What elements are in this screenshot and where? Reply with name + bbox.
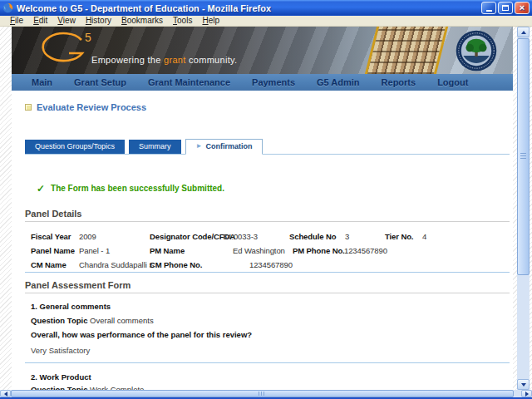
g5-logo-sup: 5 <box>85 31 91 44</box>
question-title: 2. Work Product <box>31 372 513 382</box>
pm-name-label: PM Name <box>150 244 233 258</box>
nav-item-main[interactable]: Main <box>32 77 52 87</box>
nav-item-reports[interactable]: Reports <box>382 77 416 87</box>
page-viewport: 5 Empowering the grant community. Main G… <box>0 27 532 390</box>
question-block-2: 2. Work Product Question Topic Work Comp… <box>31 372 513 390</box>
menu-item-file[interactable]: File <box>5 16 28 26</box>
fiscal-year-value: 2009 <box>79 229 150 244</box>
question-topic-label: Question Topic <box>31 316 87 325</box>
tab-confirmation[interactable]: ►Confirmation <box>185 139 264 155</box>
success-message: ✓ The Form has been successfully Submitt… <box>37 183 513 194</box>
question-answer: Very Satisfactory <box>31 346 513 356</box>
thumb-grip <box>520 153 526 160</box>
nav-item-grant-maintenance[interactable]: Grant Maintenance <box>148 77 230 87</box>
schedule-no-value: 3 <box>345 229 385 244</box>
cm-phone-label: CM Phone No. <box>150 258 249 272</box>
browser-window: Welcome to G5 - Department of Education … <box>0 0 532 399</box>
nav-item-g5-admin[interactable]: G5 Admin <box>317 77 360 87</box>
panel-details-row: CM Name Chandra Suddapalli S CM Phone No… <box>31 258 513 272</box>
g5-logo-icon: 5 <box>35 29 100 69</box>
menu-item-edit[interactable]: Edit <box>28 16 52 26</box>
maximize-button[interactable] <box>498 2 513 14</box>
question-topic-value: Overall comments <box>90 316 154 325</box>
tab-summary[interactable]: Summary <box>129 140 181 154</box>
horizontal-scroll-thumb[interactable] <box>11 390 514 397</box>
left-arrow-icon <box>4 392 7 397</box>
panel-details-row: Panel Name Panel - 1 PM Name Ed Washingt… <box>31 244 513 258</box>
scroll-up-button[interactable] <box>517 27 530 37</box>
panel-name-label: Panel Name <box>31 244 79 258</box>
divider <box>25 221 510 222</box>
right-arrow-icon <box>525 392 529 397</box>
tier-no-value: 4 <box>422 229 426 244</box>
checkmark-icon: ✓ <box>37 184 45 194</box>
question-title: 1. General comments <box>31 302 513 312</box>
nav-item-logout[interactable]: Logout <box>437 77 468 87</box>
tier-no-label: Tier No. <box>385 229 422 244</box>
tagline-suffix: community. <box>186 55 238 65</box>
window-title: Welcome to G5 - Department of Education … <box>17 3 481 13</box>
panel-details-row: Fiscal Year 2009 Designator Code/CFDA 84… <box>31 229 513 244</box>
title-bar: Welcome to G5 - Department of Education … <box>0 0 532 16</box>
menu-item-bookmarks[interactable]: Bookmarks <box>116 16 168 26</box>
menu-item-tools[interactable]: Tools <box>168 16 197 26</box>
tagline-prefix: Empowering the <box>91 55 164 65</box>
tab-question-groups-topics[interactable]: Question Groups/Topics <box>25 140 125 154</box>
education-seal-icon <box>455 29 498 72</box>
up-arrow-icon <box>521 31 526 34</box>
down-arrow-icon <box>521 383 526 387</box>
main-nav: Main Grant Setup Grant Maintenance Payme… <box>12 74 513 91</box>
designator-value: 84.0033-3 <box>223 229 289 244</box>
cm-phone-value: 1234567890 <box>249 258 293 272</box>
menu-item-help[interactable]: Help <box>197 16 224 26</box>
cm-name-value: Chandra Suddapalli S <box>79 258 150 272</box>
window-controls: × <box>481 2 530 14</box>
divider <box>25 272 510 273</box>
maximize-icon <box>502 5 509 11</box>
tagline-highlight: grant <box>164 55 186 65</box>
cm-name-label: CM Name <box>31 258 79 272</box>
assessment-heading: Panel Assessment Form <box>25 280 513 290</box>
success-text: The Form has been successfully Submitted… <box>51 184 224 193</box>
menu-bar: File Edit View History Bookmarks Tools H… <box>0 16 532 27</box>
menu-item-view[interactable]: View <box>52 16 81 26</box>
scroll-right-button[interactable] <box>521 390 532 397</box>
page-content: Evaluate Review Process Question Groups/… <box>12 91 513 390</box>
minimize-button[interactable] <box>481 2 496 14</box>
tab-active-arrow-icon: ► <box>196 143 203 150</box>
close-button[interactable]: × <box>515 2 530 14</box>
firefox-icon <box>2 2 13 13</box>
pm-phone-value: 1234567890 <box>344 244 387 258</box>
banner-tagline: Empowering the grant community. <box>91 55 237 65</box>
bullet-square-icon <box>25 104 32 111</box>
pm-phone-label: PM Phone No. <box>293 244 344 258</box>
question-text: Overall, how was performance of the pane… <box>31 330 513 340</box>
g5-banner: 5 Empowering the grant community. <box>12 27 513 74</box>
tab-bar: Question Groups/Topics Summary ►Confirma… <box>25 139 510 155</box>
vertical-scroll-thumb[interactable] <box>517 38 530 275</box>
horizontal-scrollbar[interactable] <box>0 390 532 397</box>
page-heading: Evaluate Review Process <box>25 102 513 112</box>
question-topic: Question Topic Overall comments <box>31 316 513 326</box>
question-block-1: 1. General comments Question Topic Overa… <box>31 302 513 356</box>
scroll-down-button[interactable] <box>517 379 530 390</box>
designator-label: Designator Code/CFDA <box>150 229 223 244</box>
schedule-no-label: Schedule No <box>289 229 345 244</box>
tab-confirmation-label: Confirmation <box>205 142 252 150</box>
fiscal-year-label: Fiscal Year <box>31 229 79 244</box>
nav-item-payments[interactable]: Payments <box>252 77 295 87</box>
panel-details-table: Fiscal Year 2009 Designator Code/CFDA 84… <box>31 229 513 272</box>
thumb-grip <box>259 392 266 396</box>
page-title: Evaluate Review Process <box>37 102 146 112</box>
divider <box>25 293 510 293</box>
panel-details-heading: Panel Details <box>25 209 513 219</box>
pm-name-value: Ed Washington <box>233 244 293 258</box>
vertical-scrollbar[interactable] <box>517 27 530 390</box>
divider <box>25 362 510 363</box>
scroll-left-button[interactable] <box>0 390 11 397</box>
menu-item-history[interactable]: History <box>81 16 116 26</box>
panel-name-value: Panel - 1 <box>79 244 150 258</box>
nav-item-grant-setup[interactable]: Grant Setup <box>74 77 126 87</box>
minimize-icon <box>486 10 492 12</box>
bookshelf-photo <box>365 27 448 74</box>
